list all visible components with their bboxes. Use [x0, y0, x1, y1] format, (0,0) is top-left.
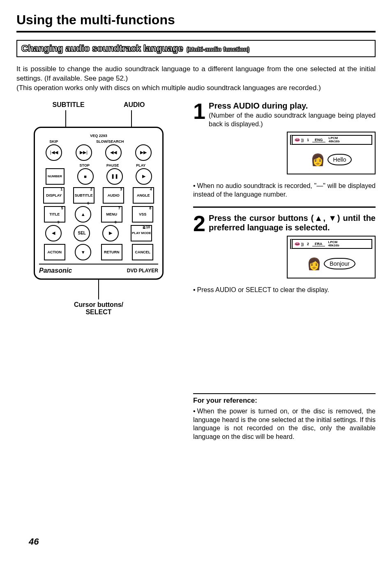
label-play: PLAY [131, 163, 151, 167]
cursor-left-button: 9◀ [45, 225, 62, 241]
page-number: 46 [29, 536, 39, 547]
label-skip: SKIP [44, 139, 64, 144]
speech-bubble: Bonjour [324, 258, 355, 269]
action-button: ACTION [44, 244, 65, 260]
number-button: NUMBER [46, 168, 65, 185]
disp-lang: ENG [312, 138, 325, 142]
skip-prev-button: |◀◀ [46, 144, 62, 161]
speech-bubble: Hello [327, 154, 352, 165]
section-title: Changing audio soundtrack language [21, 43, 183, 53]
section-heading-box: Changing audio soundtrack language (Mult… [16, 40, 376, 57]
step-1: 1 Press AUDIO during play. (Number of th… [193, 101, 376, 178]
pointer-line [131, 110, 132, 127]
audio-button: 3AUDIO [103, 187, 124, 204]
person-icon: 👩 [307, 257, 321, 271]
disp-index: 1 [307, 138, 309, 142]
label-pause: PAUSE [103, 163, 122, 167]
subtitle-button: 2SUBTITLE [73, 187, 95, 204]
slow-rev-button: ◀◀ [105, 144, 122, 161]
cursor-up-button: 6▲ [75, 206, 91, 223]
disp-rate: 48k16b [329, 140, 340, 143]
instructions-column: 1 Press AUDIO during play. (Number of th… [193, 101, 376, 449]
step-divider [193, 206, 376, 208]
disp-index: 2 [307, 242, 309, 246]
display-example-2: )) 2 FRA LPCM 48k16b 👩 Bonjour [287, 236, 376, 278]
title-button: 5TITLE [44, 206, 65, 223]
intro-paragraph: It is possible to change the audio sound… [16, 65, 376, 93]
step1-title: Press AUDIO during play. [209, 101, 376, 111]
pause-button: ❚❚ [106, 168, 123, 185]
reference-heading: For your reference: [193, 393, 376, 405]
step1-note: When no audio soundtrack is recorded, "—… [193, 182, 376, 199]
cursor-down-button: ▼ [75, 244, 91, 260]
skip-next-button: ▶▶| [76, 144, 92, 161]
disp-rate: 48k16b [328, 244, 339, 247]
step-number: 2 [193, 213, 205, 282]
step-2: 2 Press the cursor buttons (▲, ▼) until … [193, 213, 376, 282]
step1-text: (Number of the audio soundtrack language… [209, 111, 376, 129]
remote-diagram-column: SUBTITLE AUDIO VEQ 2293 SKIP SLOW/SEARCH… [16, 101, 181, 449]
slow-fwd-button: ▶▶ [135, 144, 152, 161]
reference-text: When the power is turned on, or the disc… [193, 407, 376, 441]
section-subtitle: (Multi-audio function) [187, 46, 249, 53]
label-slow-search: SLOW/SEARCH [90, 139, 131, 144]
remote-model: VEQ 2293 [39, 134, 158, 138]
return-button: RETURN [101, 244, 122, 260]
brand-logo: Panasonic [39, 267, 72, 274]
pointer-line [65, 110, 66, 127]
angle-button: 4ANGLE [133, 187, 154, 204]
stop-button: ■ [77, 168, 94, 185]
remote-control: VEQ 2293 SKIP SLOW/SEARCH |◀◀ ▶▶| ◀◀ ▶▶ … [34, 127, 164, 280]
menu-button: 7MENU [101, 206, 122, 223]
pointer-line [98, 280, 99, 299]
audio-icon: )) [294, 137, 304, 143]
audio-icon: )) [294, 241, 304, 247]
display-button: 1DISPLAY [43, 187, 65, 204]
select-button: SEL [74, 225, 90, 241]
person-icon: 👩 [311, 153, 325, 167]
step-number: 1 [193, 101, 205, 178]
callout-subtitle: SUBTITLE [53, 101, 85, 109]
playmode-button: ≧10PLAY MODE [131, 225, 152, 241]
page-title: Using the multi-functions [16, 12, 376, 28]
callout-cursor-select: Cursor buttons/ SELECT [16, 301, 181, 316]
callout-audio: AUDIO [124, 101, 145, 109]
play-button: ▶ [136, 168, 152, 185]
brand-sub: DVD PLAYER [127, 268, 158, 274]
title-rule [16, 31, 376, 32]
step2-note: Press AUDIO or SELECT to clear the displ… [193, 286, 376, 295]
label-stop: STOP [75, 163, 95, 167]
step2-title: Press the cursor buttons (▲, ▼) until th… [209, 213, 376, 232]
cancel-button: CANCEL [132, 244, 153, 260]
disp-lang: FRA [312, 242, 325, 246]
cursor-right-button: 0▶ [102, 225, 119, 241]
vss-button: 8VSS [132, 206, 153, 223]
display-example-1: )) 1 ENG LPCM 48k16b 👩 Hello [287, 132, 376, 174]
